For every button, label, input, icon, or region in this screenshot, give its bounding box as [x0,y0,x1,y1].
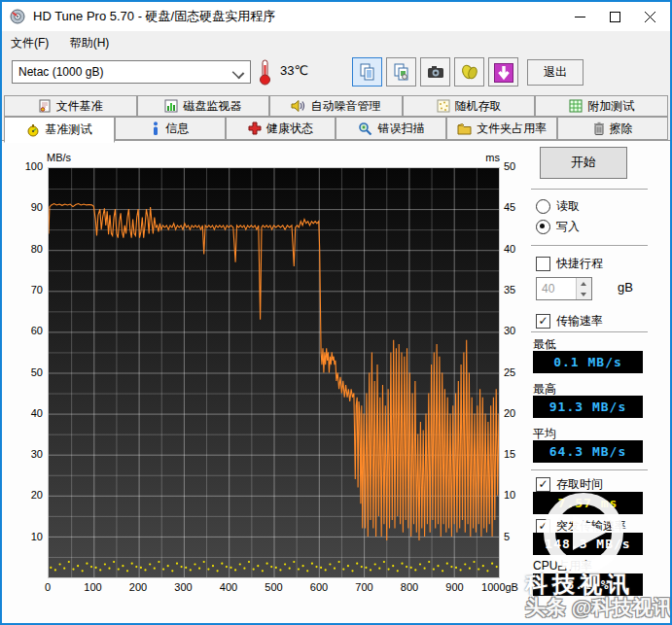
cpu-usage-lcd: 8.1 % [533,573,643,596]
tab-label: 文件基准 [56,98,103,115]
maximize-icon [610,12,620,22]
tab-bottom-1[interactable]: 信息 [115,117,226,140]
tab-label: 自动噪音管理 [310,98,380,115]
x-axis-tick: 300 [174,581,192,593]
temperature-value: 33℃ [280,59,308,83]
separator [531,245,648,247]
close-button[interactable] [633,2,666,31]
tab-top-2[interactable]: 自动噪音管理 [269,95,403,117]
tab-label: 错误扫描 [377,121,424,137]
access-time-checkbox[interactable]: ✓ 存取时间 [536,476,603,492]
tab-label: 文件夹占用率 [477,121,547,137]
drive-select[interactable]: Netac (1000 gB) [12,60,251,84]
max-value-lcd: 91.3 MB/s [533,396,643,418]
tab-bottom-2[interactable]: 健康状态 [226,117,336,140]
close-icon [645,12,655,22]
donate-icon [461,63,478,81]
short-stroke-label: 快捷行程 [556,256,603,272]
tab-bottom-5[interactable]: 擦除 [557,117,668,140]
access-time-checkbox-icon: ✓ [536,477,550,492]
capacity-stepper[interactable]: 40 [536,277,592,300]
right-axis-tick: 5 [504,531,529,542]
minimize-icon [575,12,585,22]
folder-usage-icon [457,122,472,135]
camera-button[interactable] [420,57,450,87]
tab-top-3[interactable]: 随机存取 [403,95,536,117]
exit-button[interactable]: 退出 [527,59,584,86]
minimize-button[interactable] [563,2,596,31]
file-benchmark-icon [38,99,52,113]
x-axis-tick: 600 [310,581,328,593]
right-axis-tick: 30 [504,325,529,336]
radio-write[interactable]: 写入 [536,219,580,234]
burst-rate-checkbox[interactable]: ✓ 突发传输速率 [536,518,626,534]
tab-top-4[interactable]: 附加测试 [535,95,668,117]
download-icon [494,63,513,83]
menu-help[interactable]: 帮助(H) [61,31,119,55]
maximize-button[interactable] [598,2,631,31]
benchmark-icon [26,123,40,137]
left-axis-tick: 70 [21,284,43,295]
cpu-usage-label: CPU占用率 [533,558,592,574]
capacity-value: 40 [542,278,554,299]
tab-label: 健康状态 [266,121,313,137]
radio-read[interactable]: 读取 [536,198,580,214]
separator [531,331,648,333]
tab-label: 擦除 [610,121,633,137]
camera-icon [427,63,444,81]
start-button[interactable]: 开始 [540,147,627,179]
right-axis-tick: 15 [504,448,529,460]
stepper-down-icon[interactable] [577,289,591,299]
tab-label: 磁盘监视器 [183,98,241,115]
left-axis-tick: 60 [21,325,43,336]
access-time-lcd: 7.57 ms [533,492,643,514]
tab-top-0[interactable]: 文件基准 [4,95,137,117]
radio-read-label: 读取 [556,198,580,215]
tab-top-1[interactable]: 磁盘监视器 [137,95,270,117]
x-axis-tick: 700 [355,581,372,593]
right-axis-tick: 45 [504,201,529,213]
x-axis-tick: 500 [265,581,282,593]
toolbar-buttons [352,57,522,88]
left-axis-tick: 10 [21,531,43,542]
benchmark-plot [48,167,500,578]
titlebar: HD Tune Pro 5.70 - 硬盘/固态硬盘实用程序 [2,2,670,31]
left-axis-tick: 80 [21,243,43,255]
access-time-label: 存取时间 [556,476,603,493]
radio-write-label: 写入 [556,219,580,235]
transfer-rate-checkbox-icon: ✓ [536,314,550,329]
health-icon [248,122,262,135]
stepper-arrows [576,278,591,299]
disk-monitor-icon [164,99,178,113]
drive-select-value: Netac (1000 gB) [18,65,103,79]
donate-button[interactable] [454,57,484,87]
right-axis-tick: 40 [504,243,529,255]
copy-clipboard-icon [359,63,376,81]
left-axis-unit: MB/s [47,152,71,163]
transfer-rate-label: 传输速率 [556,313,603,330]
menu-file[interactable]: 文件(F) [2,31,57,55]
tab-bottom-3[interactable]: 错误扫描 [336,117,446,140]
x-axis-tick: 200 [129,581,147,593]
left-axis-tick: 20 [21,489,43,501]
short-stroke-checkbox[interactable]: 快捷行程 [536,256,603,271]
x-axis-tick: 0 [45,581,51,593]
copy-file-button[interactable] [386,57,416,87]
right-axis-unit: ms [477,152,500,163]
x-axis-tick: 900 [445,581,463,593]
transfer-rate-checkbox[interactable]: ✓ 传输速率 [536,313,603,329]
tab-bottom-0[interactable]: 基准测试 [4,117,115,143]
copy-clipboard-button[interactable] [352,57,382,87]
x-axis-tick: 400 [220,581,237,593]
x-axis-tick: 1000gB [481,581,518,593]
right-axis-tick: 35 [504,284,529,295]
burst-rate-lcd: 148.3 MB/s [533,533,643,555]
extra-tests-icon [569,99,583,113]
tab-row-bottom: 基准测试信息健康状态错误扫描文件夹占用率擦除 [4,117,668,140]
stepper-up-icon[interactable] [577,278,591,289]
copy-file-icon [393,63,410,81]
tab-bottom-4[interactable]: 文件夹占用率 [446,117,557,140]
download-button[interactable] [488,57,518,87]
right-axis-tick: 50 [504,160,529,172]
tab-label: 附加测试 [587,98,634,115]
